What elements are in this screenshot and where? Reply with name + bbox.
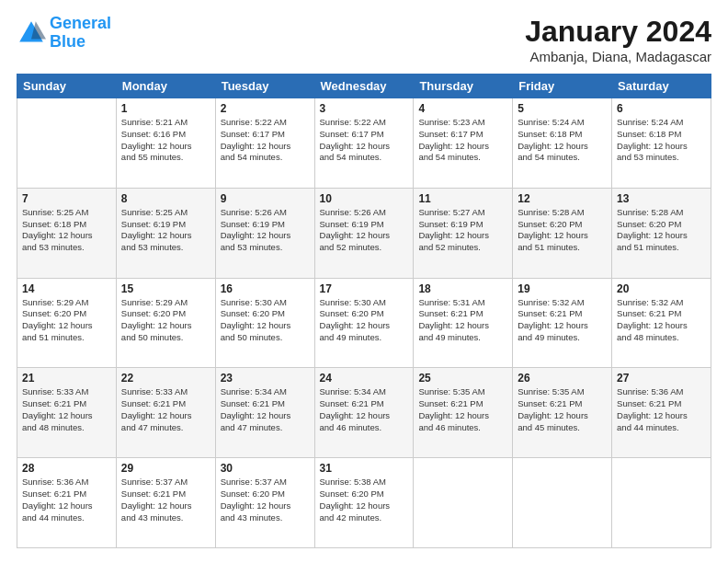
day-info: Sunrise: 5:33 AMSunset: 6:21 PMDaylight:… — [22, 386, 111, 433]
day-number: 25 — [418, 372, 507, 385]
day-number: 21 — [22, 372, 111, 385]
day-number: 3 — [320, 102, 409, 115]
calendar-cell: 22Sunrise: 5:33 AMSunset: 6:21 PMDayligh… — [116, 368, 215, 458]
logo: General Blue — [17, 15, 111, 52]
calendar-cell: 28Sunrise: 5:36 AMSunset: 6:21 PMDayligh… — [17, 458, 117, 548]
calendar-cell: 8Sunrise: 5:25 AMSunset: 6:19 PMDaylight… — [116, 188, 215, 278]
day-info: Sunrise: 5:31 AMSunset: 6:21 PMDaylight:… — [418, 297, 507, 344]
day-info: Sunrise: 5:37 AMSunset: 6:20 PMDaylight:… — [221, 477, 310, 523]
calendar-cell: 16Sunrise: 5:30 AMSunset: 6:20 PMDayligh… — [215, 278, 314, 368]
calendar-table: SundayMondayTuesdayWednesdayThursdayFrid… — [17, 74, 711, 548]
calendar-cell: 23Sunrise: 5:34 AMSunset: 6:21 PMDayligh… — [215, 368, 314, 458]
day-info: Sunrise: 5:30 AMSunset: 6:20 PMDaylight:… — [320, 297, 409, 344]
day-number: 12 — [518, 192, 607, 205]
calendar-cell — [17, 98, 117, 189]
calendar-week-row: 21Sunrise: 5:33 AMSunset: 6:21 PMDayligh… — [17, 368, 711, 458]
calendar-cell: 20Sunrise: 5:32 AMSunset: 6:21 PMDayligh… — [612, 278, 711, 368]
calendar-cell: 1Sunrise: 5:21 AMSunset: 6:16 PMDaylight… — [116, 98, 215, 189]
calendar-cell: 25Sunrise: 5:35 AMSunset: 6:21 PMDayligh… — [414, 368, 513, 458]
day-number: 6 — [617, 102, 706, 115]
day-number: 19 — [518, 282, 607, 295]
day-number: 9 — [221, 192, 310, 205]
day-info: Sunrise: 5:38 AMSunset: 6:20 PMDaylight:… — [320, 477, 409, 523]
day-info: Sunrise: 5:29 AMSunset: 6:20 PMDaylight:… — [22, 297, 111, 344]
main-title: January 2024 — [525, 15, 711, 49]
logo-text: General Blue — [50, 15, 111, 52]
day-info: Sunrise: 5:26 AMSunset: 6:19 PMDaylight:… — [320, 207, 409, 254]
day-info: Sunrise: 5:22 AMSunset: 6:17 PMDaylight:… — [320, 117, 409, 164]
calendar-cell: 7Sunrise: 5:25 AMSunset: 6:18 PMDaylight… — [17, 188, 117, 278]
day-number: 29 — [121, 462, 210, 475]
logo-blue: Blue — [50, 32, 85, 51]
calendar-cell: 4Sunrise: 5:23 AMSunset: 6:17 PMDaylight… — [414, 98, 513, 189]
calendar-cell: 9Sunrise: 5:26 AMSunset: 6:19 PMDaylight… — [215, 188, 314, 278]
day-number: 13 — [617, 192, 706, 205]
day-info: Sunrise: 5:32 AMSunset: 6:21 PMDaylight:… — [518, 297, 607, 344]
day-info: Sunrise: 5:24 AMSunset: 6:18 PMDaylight:… — [518, 117, 607, 164]
day-info: Sunrise: 5:25 AMSunset: 6:19 PMDaylight:… — [121, 207, 210, 254]
calendar-cell: 27Sunrise: 5:36 AMSunset: 6:21 PMDayligh… — [612, 368, 711, 458]
day-number: 7 — [22, 192, 111, 205]
calendar-header-monday: Monday — [116, 75, 215, 98]
day-number: 22 — [121, 372, 210, 385]
calendar-header-friday: Friday — [513, 75, 612, 98]
day-info: Sunrise: 5:36 AMSunset: 6:21 PMDaylight:… — [22, 477, 111, 523]
calendar-cell: 15Sunrise: 5:29 AMSunset: 6:20 PMDayligh… — [116, 278, 215, 368]
day-number: 15 — [121, 282, 210, 295]
calendar-cell: 19Sunrise: 5:32 AMSunset: 6:21 PMDayligh… — [513, 278, 612, 368]
calendar-header-thursday: Thursday — [414, 75, 513, 98]
day-number: 20 — [617, 282, 706, 295]
calendar-cell: 31Sunrise: 5:38 AMSunset: 6:20 PMDayligh… — [314, 458, 414, 548]
calendar-week-row: 1Sunrise: 5:21 AMSunset: 6:16 PMDaylight… — [17, 98, 711, 189]
svg-marker-1 — [31, 21, 46, 39]
day-number: 16 — [221, 282, 310, 295]
day-number: 11 — [418, 192, 507, 205]
day-info: Sunrise: 5:22 AMSunset: 6:17 PMDaylight:… — [221, 117, 310, 164]
day-info: Sunrise: 5:34 AMSunset: 6:21 PMDaylight:… — [320, 386, 409, 433]
calendar-cell — [513, 458, 612, 548]
calendar-week-row: 7Sunrise: 5:25 AMSunset: 6:18 PMDaylight… — [17, 188, 711, 278]
calendar-cell: 6Sunrise: 5:24 AMSunset: 6:18 PMDaylight… — [612, 98, 711, 189]
day-info: Sunrise: 5:24 AMSunset: 6:18 PMDaylight:… — [617, 117, 706, 164]
calendar-cell: 12Sunrise: 5:28 AMSunset: 6:20 PMDayligh… — [513, 188, 612, 278]
calendar-cell: 30Sunrise: 5:37 AMSunset: 6:20 PMDayligh… — [215, 458, 314, 548]
day-info: Sunrise: 5:33 AMSunset: 6:21 PMDaylight:… — [121, 386, 210, 433]
calendar-cell — [414, 458, 513, 548]
day-info: Sunrise: 5:27 AMSunset: 6:19 PMDaylight:… — [418, 207, 507, 254]
calendar-cell: 5Sunrise: 5:24 AMSunset: 6:18 PMDaylight… — [513, 98, 612, 189]
day-info: Sunrise: 5:29 AMSunset: 6:20 PMDaylight:… — [121, 297, 210, 344]
day-info: Sunrise: 5:26 AMSunset: 6:19 PMDaylight:… — [221, 207, 310, 254]
day-number: 31 — [320, 462, 409, 475]
day-info: Sunrise: 5:23 AMSunset: 6:17 PMDaylight:… — [418, 117, 507, 164]
logo-icon — [17, 18, 46, 48]
day-number: 23 — [221, 372, 310, 385]
calendar-cell: 11Sunrise: 5:27 AMSunset: 6:19 PMDayligh… — [414, 188, 513, 278]
calendar-header-tuesday: Tuesday — [215, 75, 314, 98]
calendar-week-row: 14Sunrise: 5:29 AMSunset: 6:20 PMDayligh… — [17, 278, 711, 368]
calendar-cell — [612, 458, 711, 548]
day-info: Sunrise: 5:35 AMSunset: 6:21 PMDaylight:… — [418, 386, 507, 433]
calendar-cell: 14Sunrise: 5:29 AMSunset: 6:20 PMDayligh… — [17, 278, 117, 368]
day-info: Sunrise: 5:34 AMSunset: 6:21 PMDaylight:… — [221, 386, 310, 433]
day-info: Sunrise: 5:36 AMSunset: 6:21 PMDaylight:… — [617, 386, 706, 433]
day-number: 2 — [221, 102, 310, 115]
day-info: Sunrise: 5:28 AMSunset: 6:20 PMDaylight:… — [617, 207, 706, 254]
day-info: Sunrise: 5:30 AMSunset: 6:20 PMDaylight:… — [221, 297, 310, 344]
day-number: 26 — [518, 372, 607, 385]
calendar-header-wednesday: Wednesday — [314, 75, 414, 98]
calendar-header-saturday: Saturday — [612, 75, 711, 98]
calendar-header-row: SundayMondayTuesdayWednesdayThursdayFrid… — [17, 75, 711, 98]
day-number: 24 — [320, 372, 409, 385]
calendar-cell: 17Sunrise: 5:30 AMSunset: 6:20 PMDayligh… — [314, 278, 414, 368]
header: General Blue January 2024 Ambanja, Diana… — [17, 15, 711, 64]
day-number: 4 — [418, 102, 507, 115]
day-info: Sunrise: 5:37 AMSunset: 6:21 PMDaylight:… — [121, 477, 210, 523]
calendar-cell: 24Sunrise: 5:34 AMSunset: 6:21 PMDayligh… — [314, 368, 414, 458]
day-info: Sunrise: 5:35 AMSunset: 6:21 PMDaylight:… — [518, 386, 607, 433]
calendar-header-sunday: Sunday — [17, 75, 117, 98]
calendar-cell: 10Sunrise: 5:26 AMSunset: 6:19 PMDayligh… — [314, 188, 414, 278]
page: General Blue January 2024 Ambanja, Diana… — [0, 0, 728, 563]
day-number: 1 — [121, 102, 210, 115]
subtitle: Ambanja, Diana, Madagascar — [525, 49, 711, 64]
calendar-cell: 13Sunrise: 5:28 AMSunset: 6:20 PMDayligh… — [612, 188, 711, 278]
